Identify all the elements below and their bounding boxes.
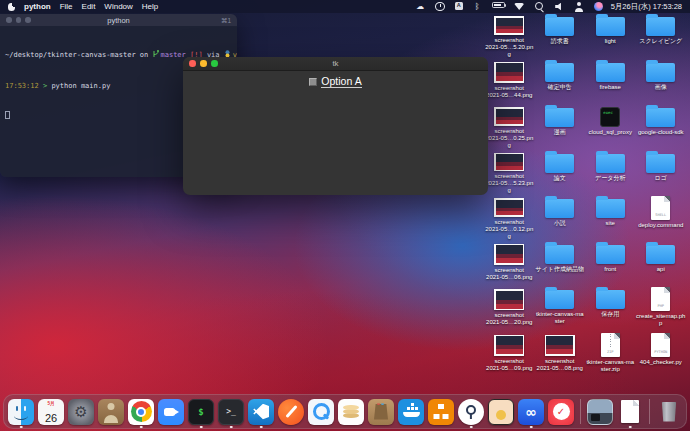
- battery-icon[interactable]: [492, 2, 505, 8]
- infinity-app-dock-item[interactable]: ∞: [517, 398, 545, 426]
- desktop-icon-folder[interactable]: 漫画: [535, 103, 586, 149]
- trash-icon: [656, 399, 682, 425]
- input-icon[interactable]: A: [455, 2, 463, 10]
- quicktime-dock-item[interactable]: [307, 398, 335, 426]
- siri-icon[interactable]: [594, 2, 603, 11]
- desktop-icon-image[interactable]: screenshot 2021-05…5.20.png: [484, 12, 535, 58]
- active-app-name[interactable]: python: [24, 2, 51, 11]
- contacts-dock-item[interactable]: [97, 398, 125, 426]
- desktop-icon-label: screenshot 2021-05…0.25.png: [484, 128, 534, 149]
- desktop-icon-image[interactable]: screenshot 2021-05…0.12.png: [484, 194, 535, 240]
- menu-window[interactable]: Window: [104, 2, 132, 11]
- desktop-icon-image[interactable]: screenshot 2021-05…08.png: [535, 331, 586, 377]
- desktop-icon-folder[interactable]: 請求書: [535, 12, 586, 58]
- user-switch-icon[interactable]: [574, 2, 585, 12]
- appcleaner-dock-item[interactable]: [367, 398, 395, 426]
- desktop-icon-py[interactable]: PYTHON404_checker.py: [636, 331, 687, 377]
- desktop-icon-folder[interactable]: ロゴ: [636, 149, 687, 195]
- menu-help[interactable]: Help: [142, 2, 158, 11]
- bluetooth-icon[interactable]: ᛒ: [472, 2, 483, 12]
- document-icon: [617, 399, 643, 425]
- desktop-icon-label: 404_checker.py: [640, 359, 682, 366]
- system-preferences-dock-item[interactable]: ⚙: [67, 398, 95, 426]
- dock-separator: [649, 399, 650, 424]
- apple-menu-icon[interactable]: [8, 3, 15, 11]
- desktop-icon-folder[interactable]: スクレイピング: [636, 12, 687, 58]
- checkbox-label[interactable]: Option A: [321, 75, 361, 88]
- desktop-icon-folder[interactable]: api: [636, 240, 687, 286]
- desktop-icon-image[interactable]: screenshot 2021-05…44.png: [484, 58, 535, 104]
- desktop-icon-label: screenshot 2021-05…44.png: [486, 85, 532, 99]
- circle-app-dock-item[interactable]: [457, 398, 485, 426]
- trash-dock-item[interactable]: [655, 398, 683, 426]
- desktop-icon-folder[interactable]: tkinter-canvas-master: [535, 285, 586, 331]
- desktop-icon-folder[interactable]: サイト作成納品物: [535, 240, 586, 286]
- desktop-icon-label: light: [605, 38, 616, 45]
- desktop-icon-zip[interactable]: ZIPtkinter-canvas-master.zip: [585, 331, 636, 377]
- desktop-icon-php[interactable]: PHPcreate_sitemap.php: [636, 285, 687, 331]
- wifi-icon[interactable]: [514, 2, 525, 12]
- desktop-icon-image[interactable]: screenshot 2021-05…0.25.png: [484, 103, 535, 149]
- folder-icon: [596, 245, 625, 264]
- minimized-window-icon: [587, 399, 613, 425]
- desktop-icon-label: deploy.command: [638, 222, 683, 229]
- desktop-icon-folder[interactable]: firebase: [585, 58, 636, 104]
- pen-app-dock-item[interactable]: [277, 398, 305, 426]
- menu-bar-clock[interactable]: 5月26日(水) 17:53:28: [611, 2, 682, 12]
- spotlight-icon[interactable]: [534, 2, 545, 12]
- document-dock-item[interactable]: [616, 398, 644, 426]
- desktop-icon-image[interactable]: screenshot 2021-05…06.png: [484, 240, 535, 286]
- desktop-icon-shell[interactable]: SHELLdeploy.command: [636, 194, 687, 240]
- dock-separator: [580, 399, 581, 424]
- sequel-pro-dock-item[interactable]: [337, 398, 365, 426]
- minimized-window-dock-item[interactable]: [586, 398, 614, 426]
- checkbox-indicator[interactable]: [309, 78, 317, 86]
- image-thumbnail-icon: [494, 198, 524, 217]
- desktop-icon-folder[interactable]: 論文: [535, 149, 586, 195]
- desktop-icon-folder[interactable]: 確定申告: [535, 58, 586, 104]
- desktop-icon-label: site: [606, 220, 615, 227]
- quicktime-icon: [308, 399, 334, 425]
- desktop-icon-label: screenshot 2021-05…0.12.png: [484, 219, 534, 240]
- menu-file[interactable]: File: [60, 2, 73, 11]
- docker-dock-item[interactable]: [397, 398, 425, 426]
- terminal-dock-item[interactable]: >_: [217, 398, 245, 426]
- desktop-icon-folder[interactable]: site: [585, 194, 636, 240]
- calendar-dock-item[interactable]: 5月26: [37, 398, 65, 426]
- terminal-text: python main.py: [51, 82, 110, 90]
- desktop-icon-folder[interactable]: 小説: [535, 194, 586, 240]
- desktop-icon-folder[interactable]: 保存用: [585, 285, 636, 331]
- desktop-icon-folder[interactable]: 画像: [636, 58, 687, 104]
- desktop-icon-folder[interactable]: google-cloud-sdk: [636, 103, 687, 149]
- dock: 5月26⚙$>_∞✓: [3, 394, 687, 429]
- vscode-dock-item[interactable]: [247, 398, 275, 426]
- image-thumbnail-icon: [494, 16, 524, 35]
- desktop-icon-image[interactable]: screenshot 2021-05…20.png: [484, 285, 535, 331]
- desktop-icon-folder[interactable]: light: [585, 12, 636, 58]
- desktop-icon-image[interactable]: screenshot 2021-05…5.23.png: [484, 149, 535, 195]
- clock-status-icon[interactable]: [435, 2, 446, 12]
- desktop-icon-label: ロゴ: [655, 175, 667, 182]
- desktop-icon-folder[interactable]: front: [585, 240, 636, 286]
- menu-edit[interactable]: Edit: [82, 2, 96, 11]
- tk-window-body: Option A: [183, 71, 488, 88]
- drawio-dock-item[interactable]: [427, 398, 455, 426]
- chrome-dock-item[interactable]: [127, 398, 155, 426]
- iterm-dock-item[interactable]: $: [187, 398, 215, 426]
- desktop-icon-exec[interactable]: cloud_sql_proxy: [585, 103, 636, 149]
- desktop-icon-folder[interactable]: データ分析: [585, 149, 636, 195]
- clock-app-dock-item[interactable]: ✓: [547, 398, 575, 426]
- desktop-icon-image[interactable]: screenshot 2021-05…09.png: [484, 331, 535, 377]
- peach-app-dock-item[interactable]: [487, 398, 515, 426]
- image-thumbnail-icon: [494, 244, 524, 265]
- folder-icon: [596, 290, 625, 309]
- running-indicator: [530, 426, 533, 429]
- cloud-icon[interactable]: ☁: [415, 2, 426, 12]
- zoom-dock-item[interactable]: [157, 398, 185, 426]
- volume-icon[interactable]: [554, 2, 565, 12]
- finder-dock-item[interactable]: [7, 398, 35, 426]
- tk-title-bar[interactable]: tk: [183, 57, 488, 71]
- option-a-checkbox[interactable]: Option A: [309, 75, 361, 88]
- terminal-title-bar[interactable]: python ⌘1: [0, 14, 237, 26]
- tk-window[interactable]: tk Option A: [183, 57, 488, 195]
